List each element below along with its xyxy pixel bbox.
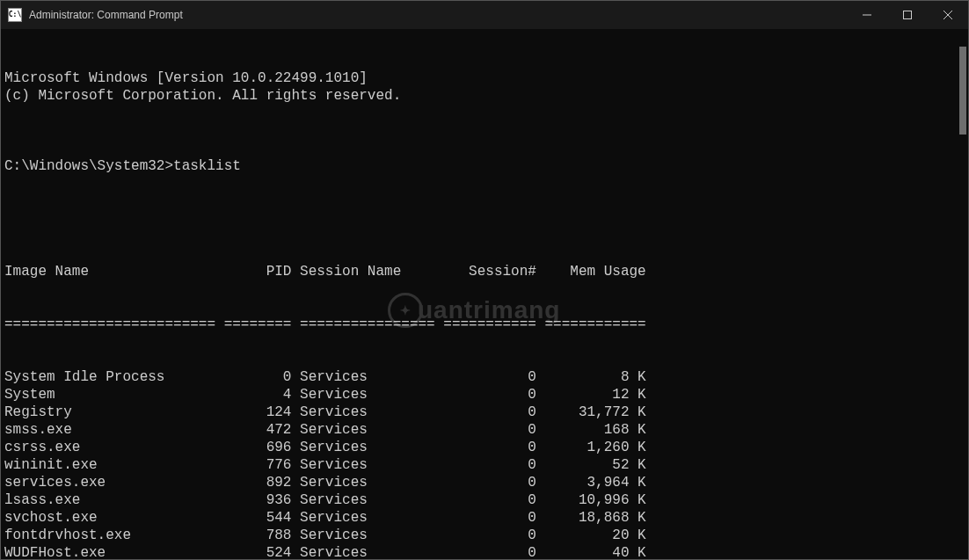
header-line: Microsoft Windows [Version 10.0.22499.10…	[4, 69, 965, 87]
svg-rect-1	[904, 11, 912, 19]
process-row: lsass.exe 936 Services 0 10,996 K	[4, 491, 965, 509]
process-row: wininit.exe 776 Services 0 52 K	[4, 456, 965, 474]
prompt-path: C:\Windows\System32>	[4, 158, 173, 174]
cmd-icon: C:\	[8, 8, 22, 22]
terminal-output[interactable]: Microsoft Windows [Version 10.0.22499.10…	[1, 29, 968, 559]
scrollbar-thumb[interactable]	[959, 47, 966, 135]
process-row: services.exe 892 Services 0 3,964 K	[4, 474, 965, 491]
process-row: svchost.exe 544 Services 0 18,868 K	[4, 509, 965, 527]
table-header-row: Image Name PID Session Name Session# Mem…	[4, 263, 965, 280]
header-line: (c) Microsoft Corporation. All rights re…	[4, 87, 965, 105]
process-row: smss.exe 472 Services 0 168 K	[4, 421, 965, 439]
table-ruler: ========================= ======== =====…	[4, 316, 965, 333]
process-row: csrss.exe 696 Services 0 1,260 K	[4, 439, 965, 456]
blank-line	[4, 210, 965, 228]
window-title: Administrator: Command Prompt	[29, 9, 183, 21]
process-row: fontdrvhost.exe 788 Services 0 20 K	[4, 527, 965, 544]
process-row: WUDFHost.exe 524 Services 0 40 K	[4, 544, 965, 559]
command-prompt-window: C:\ Administrator: Command Prompt Micros…	[0, 0, 969, 560]
header-line	[4, 105, 965, 122]
process-row: System 4 Services 0 12 K	[4, 386, 965, 404]
process-row: Registry 124 Services 0 31,772 K	[4, 404, 965, 421]
maximize-button[interactable]	[887, 1, 928, 29]
minimize-button[interactable]	[847, 1, 887, 29]
prompt-command: tasklist	[173, 158, 241, 174]
process-row: System Idle Process 0 Services 0 8 K	[4, 368, 965, 386]
close-button[interactable]	[928, 1, 968, 29]
titlebar[interactable]: C:\ Administrator: Command Prompt	[1, 1, 968, 29]
